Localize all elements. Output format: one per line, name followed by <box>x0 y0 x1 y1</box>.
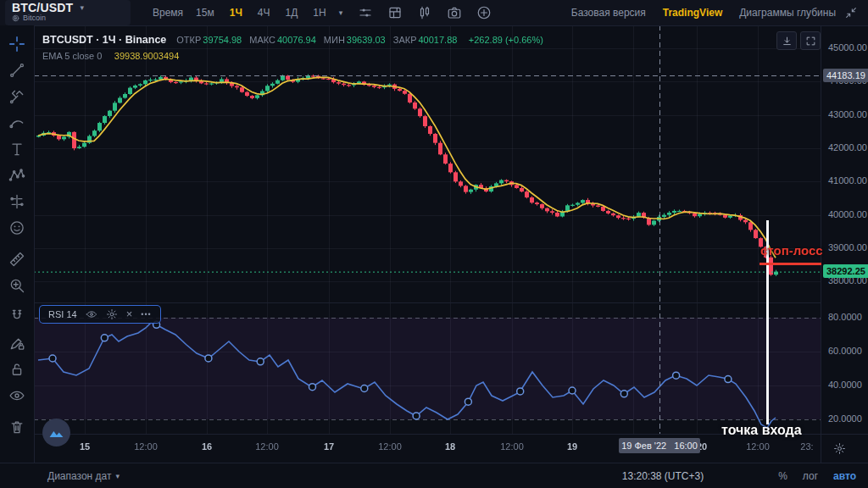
ema-value: 39938.9003494 <box>114 51 179 61</box>
time-axis-label: 15 <box>80 441 90 452</box>
legend-закр-value: 40017.88 <box>418 35 457 45</box>
indicators-icon[interactable] <box>358 5 373 20</box>
brush-icon[interactable] <box>3 109 31 136</box>
timeframe-more-icon[interactable]: ▾ <box>339 8 343 17</box>
time-axis-label: 19 <box>567 441 577 452</box>
axis-settings-gear-icon[interactable] <box>833 442 846 455</box>
time-label: Время <box>153 7 183 19</box>
magnet-icon[interactable] <box>3 303 31 330</box>
add-icon[interactable] <box>476 5 492 20</box>
price-axis-label: 40000.00 <box>828 209 867 219</box>
timeframe-group: 15м1Ч4Ч1Д1Н <box>188 7 334 19</box>
forecast-icon[interactable] <box>3 188 31 214</box>
bitcoin-icon <box>12 14 19 22</box>
bottom-bar: Диапазон дат ▾ 13:20:38 (UTC+3) % лог ав… <box>0 463 868 488</box>
entry-point-label[interactable]: точка входа <box>721 423 802 438</box>
log-scale-button[interactable]: лог <box>803 470 818 482</box>
fullscreen-button[interactable] <box>800 31 821 50</box>
xabcd-pattern-icon[interactable] <box>3 162 31 188</box>
time-axis-label: 18 <box>445 441 455 452</box>
layout-grid-icon[interactable] <box>387 5 403 20</box>
symbol-name: BTC/USDT <box>12 1 73 14</box>
header: BTC/USDT ▾ Bitcoin Время 15м1Ч4Ч1Д1Н ▾ Б… <box>0 0 868 26</box>
last-price-badge: 38292.25 <box>823 264 868 278</box>
timeframe-4Ч[interactable]: 4Ч <box>258 7 270 19</box>
auto-scale-button[interactable]: авто <box>833 470 856 482</box>
stop-loss-label[interactable]: стоп-лосс <box>760 243 823 258</box>
drawing-toolbar <box>0 25 35 463</box>
snapshot-icon[interactable] <box>447 5 462 20</box>
crosshair-price-badge: 44183.19 <box>823 69 868 82</box>
legend-откр-label: ОТКР <box>176 35 201 45</box>
price-axis-label: 42000.00 <box>828 142 867 152</box>
timeframe-1Н[interactable]: 1Н <box>313 7 326 19</box>
legend-мин-value: 39639.03 <box>347 35 386 45</box>
text-icon[interactable] <box>3 136 31 162</box>
time-axis-label: 12:00 <box>378 441 402 452</box>
stop-loss-line[interactable] <box>760 263 821 265</box>
clock[interactable]: 13:20:38 (UTC+3) <box>622 470 704 482</box>
eye-icon[interactable] <box>3 382 31 408</box>
header-actions <box>358 5 492 20</box>
price-axis[interactable]: 45000.0044000.0043000.0042000.0041000.00… <box>821 25 868 434</box>
legend-макс-label: МАКС <box>249 35 275 45</box>
ema-label[interactable]: EMA 5 close 0 <box>42 51 102 61</box>
price-axis-label: 41000.00 <box>828 175 867 186</box>
rsi-legend[interactable]: RSI 14 × ••• <box>39 305 161 324</box>
close-icon[interactable]: × <box>126 310 133 319</box>
rsi-axis-label: 80.0000 <box>828 312 862 322</box>
time-axis-label: 12:00 <box>500 441 524 452</box>
legend-symbol[interactable]: BTCUSDT · 1Ч · Binance <box>42 34 166 46</box>
pane-divider[interactable] <box>34 302 868 303</box>
time-axis[interactable]: 1512:001612:001712:001812:00192012:0023:… <box>34 434 821 463</box>
timeframe-1Ч[interactable]: 1Ч <box>230 7 242 19</box>
draw-lock-icon[interactable] <box>3 330 31 356</box>
rsi-axis-label: 40.0000 <box>828 380 862 390</box>
chevron-down-icon: ▾ <box>80 3 84 12</box>
price-axis-label: 39000.00 <box>828 242 867 252</box>
trend-line-icon[interactable] <box>3 57 31 83</box>
pane-buttons <box>776 31 821 50</box>
legend-макс-value: 40076.94 <box>277 35 316 45</box>
collapse-icon[interactable] <box>844 6 858 19</box>
header-link-базовая-версия[interactable]: Базовая версия <box>571 7 646 19</box>
gear-icon[interactable] <box>106 308 118 320</box>
symbol-selector[interactable]: BTC/USDT ▾ Bitcoin <box>5 0 131 25</box>
time-axis-label: 16 <box>202 441 212 452</box>
rsi-label: RSI 14 <box>48 309 77 319</box>
bottom-right-controls: 13:20:38 (UTC+3) % лог авто <box>622 470 856 482</box>
emoji-icon[interactable] <box>3 214 31 241</box>
ema-legend: EMA 5 close 0 39938.9003494 <box>42 47 179 63</box>
time-axis-label: 12:00 <box>255 441 279 452</box>
header-link-tradingview[interactable]: TradingView <box>663 7 722 19</box>
legend-change: +262.89 (+0.66%) <box>469 35 543 45</box>
eye-icon[interactable] <box>86 308 97 320</box>
chart-style-icon[interactable] <box>417 5 432 20</box>
lock-icon[interactable] <box>3 356 31 382</box>
more-icon[interactable]: ••• <box>141 310 151 319</box>
trash-icon[interactable] <box>3 413 31 440</box>
header-links: Базовая версияTradingViewДиаграммы глуби… <box>571 7 836 19</box>
timeframe-1Д[interactable]: 1Д <box>286 7 298 19</box>
date-range-button[interactable]: Диапазон дат ▾ <box>47 470 120 482</box>
price-axis-label: 45000.00 <box>828 42 867 53</box>
legend-закр-label: ЗАКР <box>393 35 417 45</box>
pitchfork-icon[interactable] <box>3 83 31 109</box>
header-link-диаграммы-глубины[interactable]: Диаграммы глубины <box>739 7 836 19</box>
ruler-icon[interactable] <box>3 246 31 272</box>
legend-мин-label: МИН <box>324 35 345 45</box>
crosshair-icon[interactable] <box>3 30 31 57</box>
zoom-in-icon[interactable] <box>3 272 31 298</box>
chart-legend: BTCUSDT · 1Ч · BinanceОТКР39754.98МАКС40… <box>42 31 543 47</box>
time-axis-label: 12:00 <box>746 441 770 452</box>
percent-scale-button[interactable]: % <box>778 470 787 482</box>
legend-откр-value: 39754.98 <box>203 35 242 45</box>
price-axis-label: 43000.00 <box>828 109 867 119</box>
pane-mountain-icon[interactable] <box>42 419 70 446</box>
axis-corner <box>821 434 868 463</box>
chevron-down-icon: ▾ <box>115 472 120 480</box>
chart-canvas[interactable] <box>0 0 868 488</box>
timeframe-15м[interactable]: 15м <box>196 7 214 19</box>
rsi-axis-label: 60.0000 <box>828 346 862 356</box>
download-button[interactable] <box>776 31 797 50</box>
